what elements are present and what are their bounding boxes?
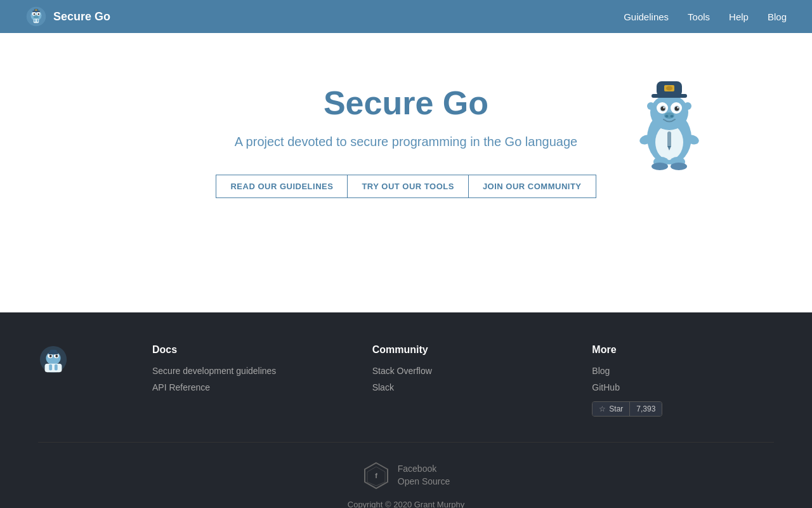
star-icon: ☆	[599, 404, 606, 413]
hero-gopher	[628, 71, 710, 175]
svg-point-4	[34, 13, 36, 15]
star-count: 7,393	[630, 402, 662, 416]
footer-bottom: f Facebook Open Source Copyright © 2020 …	[38, 442, 774, 508]
brand-name: Secure Go	[53, 10, 110, 23]
svg-point-39	[652, 163, 668, 170]
footer-top: Docs Secure development guidelines API R…	[38, 344, 774, 417]
facebook-oss-text: Facebook Open Source	[398, 463, 450, 488]
svg-point-32	[671, 115, 674, 117]
footer-link-stackoverflow[interactable]: Stack Overflow	[372, 366, 554, 376]
facebook-oss-icon: f	[362, 462, 390, 490]
svg-rect-49	[45, 364, 62, 372]
hero-section: Secure Go A project devoted to secure pr…	[0, 33, 812, 312]
footer-community-col: Community Stack Overflow Slack	[372, 344, 554, 417]
navbar-link-help[interactable]: Help	[729, 11, 749, 22]
footer-logo-icon	[38, 344, 69, 375]
svg-text:f: f	[375, 472, 377, 479]
read-guidelines-button[interactable]: READ OUR GUIDELINES	[216, 175, 347, 198]
svg-rect-12	[35, 10, 37, 11]
navbar-logo-icon	[25, 6, 47, 27]
svg-point-46	[55, 355, 58, 358]
svg-rect-15	[667, 131, 671, 147]
svg-point-36	[666, 86, 672, 91]
brand-link[interactable]: Secure Go	[25, 6, 110, 27]
hero-title: Secure Go	[324, 84, 488, 122]
svg-rect-50	[49, 364, 52, 371]
footer-link-dev-guidelines[interactable]: Secure development guidelines	[152, 366, 334, 376]
gopher-svg	[628, 71, 710, 173]
footer-docs-title: Docs	[152, 344, 334, 356]
svg-point-31	[665, 115, 669, 117]
svg-rect-48	[49, 350, 57, 354]
copyright: Copyright © 2020 Grant Murphy	[348, 500, 464, 508]
try-tools-button[interactable]: TRY OUT OUR TOOLS	[347, 175, 469, 198]
svg-rect-9	[37, 19, 39, 22]
hero-buttons: READ OUR GUIDELINES TRY OUT OUR TOOLS JO…	[216, 175, 596, 198]
svg-point-26	[661, 107, 665, 111]
svg-point-6	[34, 15, 39, 18]
navbar-link-tools[interactable]: Tools	[688, 11, 710, 22]
svg-rect-51	[55, 364, 58, 371]
footer: Docs Secure development guidelines API R…	[0, 312, 812, 508]
footer-link-slack[interactable]: Slack	[372, 382, 554, 392]
svg-point-27	[675, 107, 679, 111]
navbar-links: Guidelines Tools Help Blog	[624, 11, 787, 22]
footer-link-blog[interactable]: Blog	[592, 366, 774, 376]
svg-rect-8	[34, 19, 36, 22]
svg-point-40	[671, 163, 687, 170]
star-button[interactable]: ☆ Star	[593, 402, 630, 416]
facebook-oss-line1: Facebook	[398, 463, 450, 476]
hero-subtitle: A project devoted to secure programming …	[235, 135, 577, 149]
footer-link-api-reference[interactable]: API Reference	[152, 382, 334, 392]
footer-more-col: More Blog GitHub ☆ Star 7,393	[592, 344, 774, 417]
svg-point-5	[38, 13, 40, 15]
svg-point-28	[663, 107, 664, 108]
svg-point-21	[684, 102, 691, 110]
svg-point-20	[647, 102, 655, 110]
footer-link-github[interactable]: GitHub	[592, 382, 774, 392]
github-star-widget: ☆ Star 7,393	[592, 401, 662, 417]
footer-logo-col	[38, 344, 114, 417]
footer-more-title: More	[592, 344, 774, 356]
facebook-oss-line2: Open Source	[398, 476, 450, 488]
navbar-link-guidelines[interactable]: Guidelines	[624, 11, 669, 22]
footer-community-title: Community	[372, 344, 554, 356]
svg-point-45	[49, 355, 52, 358]
star-label: Star	[609, 404, 623, 413]
join-community-button[interactable]: JOIN OUR COMMUNITY	[469, 175, 596, 198]
navbar: Secure Go Guidelines Tools Help Blog	[0, 0, 812, 33]
facebook-oss: f Facebook Open Source	[362, 462, 450, 490]
footer-docs-col: Docs Secure development guidelines API R…	[152, 344, 334, 417]
svg-point-29	[677, 107, 678, 108]
navbar-link-blog[interactable]: Blog	[768, 11, 787, 22]
